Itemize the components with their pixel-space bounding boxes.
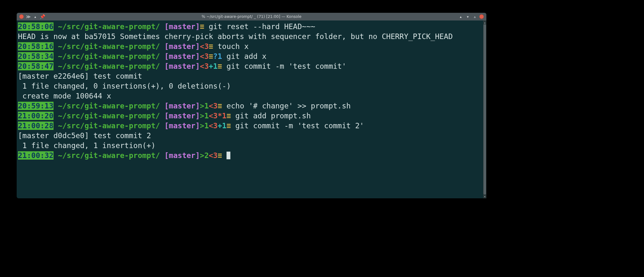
prompt-status-clean: ≡ bbox=[227, 112, 231, 120]
titlebar-left-controls: ≫ ▴ 📌 bbox=[17, 14, 45, 19]
prompt-status-behind: <3 bbox=[200, 62, 209, 70]
window-title: % ~/src/git-aware-prompt/ _ (71) [21:00]… bbox=[17, 14, 486, 19]
prompt-status-behind: <3 bbox=[200, 42, 209, 51]
prompt-line: 20:58:47 ~/src/git-aware-prompt/ [master… bbox=[17, 61, 483, 71]
terminal-viewport[interactable]: 20:58:06 ~/src/git-aware-prompt/ [master… bbox=[17, 20, 486, 198]
typed-command: git reset --hard HEAD~~~ bbox=[209, 22, 315, 31]
prompt-branch: [master] bbox=[164, 52, 200, 60]
prompt-branch: [master] bbox=[164, 151, 200, 160]
prompt-cwd: ~/src/git-aware-prompt/ bbox=[58, 102, 160, 110]
prompt-branch: [master] bbox=[164, 122, 200, 130]
output-line: 1 file changed, 1 insertion(+) bbox=[17, 141, 483, 151]
keep-above-icon[interactable]: ▴ bbox=[33, 14, 38, 19]
close-window-icon[interactable] bbox=[19, 14, 24, 19]
prompt-line: 21:00:32 ~/src/git-aware-prompt/ [master… bbox=[17, 151, 483, 161]
maximize-icon[interactable]: ▵ bbox=[472, 14, 477, 19]
prompt-status-behind: <3 bbox=[209, 112, 218, 120]
prompt-status-ahead: >1 bbox=[200, 102, 209, 110]
prompt-line: 20:58:34 ~/src/git-aware-prompt/ [master… bbox=[17, 51, 483, 61]
prompt-cwd: ~/src/git-aware-prompt/ bbox=[58, 52, 160, 60]
prompt-branch: [master] bbox=[164, 102, 200, 110]
prompt-branch: [master] bbox=[164, 62, 200, 70]
prompt-line: 20:58:16 ~/src/git-aware-prompt/ [master… bbox=[17, 42, 483, 51]
typed-command: git add prompt.sh bbox=[235, 112, 311, 120]
terminal-content[interactable]: 20:58:06 ~/src/git-aware-prompt/ [master… bbox=[17, 20, 483, 198]
scrollbar-track[interactable] bbox=[483, 24, 486, 194]
typed-command: echo '# change' >> prompt.sh bbox=[227, 102, 351, 110]
command-output: [master d0dc5e0] test commit 2 bbox=[18, 131, 151, 140]
window-titlebar[interactable]: ≫ ▴ 📌 % ~/src/git-aware-prompt/ _ (71) [… bbox=[17, 13, 486, 20]
cursor bbox=[227, 152, 230, 159]
shade-icon[interactable]: ▴ bbox=[458, 14, 463, 19]
scroll-up-icon[interactable]: ▴ bbox=[483, 20, 486, 24]
typed-command: git commit -m 'test commit' bbox=[227, 62, 346, 70]
scrollbar-thumb[interactable] bbox=[483, 24, 486, 194]
prompt-cwd: ~/src/git-aware-prompt/ bbox=[58, 62, 160, 70]
prompt-status-clean: ≡ bbox=[218, 151, 222, 160]
prompt-status-untrk: ?1 bbox=[213, 52, 222, 60]
prompt-branch: [master] bbox=[164, 22, 200, 31]
typed-command: git commit -m 'test commit 2' bbox=[235, 122, 364, 130]
prompt-timestamp: 20:58:34 bbox=[18, 52, 54, 60]
command-output: HEAD is now at ba57015 Sometimes cherry-… bbox=[18, 32, 453, 41]
close-window-icon-right[interactable] bbox=[479, 14, 484, 19]
scrollbar[interactable]: ▴ ▾ bbox=[483, 20, 486, 198]
command-output: [master e2264e6] test commit bbox=[18, 72, 142, 80]
scroll-down-icon[interactable]: ▾ bbox=[483, 194, 486, 198]
prompt-status-ahead: >1 bbox=[200, 122, 209, 130]
prompt-status-clean: ≡ bbox=[209, 52, 213, 60]
output-line: [master d0dc5e0] test commit 2 bbox=[17, 131, 483, 141]
prompt-timestamp: 21:00:20 bbox=[18, 112, 54, 120]
prompt-status-ahead: >1 bbox=[200, 112, 209, 120]
prompt-status-behind: <3 bbox=[209, 102, 218, 110]
command-output: create mode 100644 x bbox=[18, 92, 111, 100]
prompt-timestamp: 21:00:28 bbox=[18, 122, 54, 130]
prompt-line: 21:00:20 ~/src/git-aware-prompt/ [master… bbox=[17, 111, 483, 121]
prompt-branch: [master] bbox=[164, 42, 200, 51]
pin-icon[interactable]: 📌 bbox=[40, 14, 45, 19]
prompt-branch: [master] bbox=[164, 112, 200, 120]
prompt-status-behind: <3 bbox=[209, 151, 218, 160]
prompt-cwd: ~/src/git-aware-prompt/ bbox=[58, 112, 160, 120]
prompt-line: 21:00:28 ~/src/git-aware-prompt/ [master… bbox=[17, 121, 483, 131]
prompt-timestamp: 20:58:16 bbox=[18, 42, 54, 51]
prompt-timestamp: 21:00:32 bbox=[18, 151, 54, 160]
prompt-status-behind: <3 bbox=[200, 52, 209, 60]
prompt-status-clean: ≡ bbox=[200, 22, 204, 31]
prompt-cwd: ~/src/git-aware-prompt/ bbox=[58, 151, 160, 160]
prompt-timestamp: 20:58:47 bbox=[18, 62, 54, 70]
app-menu-icon[interactable]: ≫ bbox=[26, 14, 31, 19]
konsole-window: ≫ ▴ 📌 % ~/src/git-aware-prompt/ _ (71) [… bbox=[17, 13, 486, 198]
prompt-line: 20:58:06 ~/src/git-aware-prompt/ [master… bbox=[17, 22, 483, 32]
prompt-status-clean: ≡ bbox=[218, 102, 222, 110]
output-line: create mode 100644 x bbox=[17, 91, 483, 101]
prompt-status-ahead: >2 bbox=[200, 151, 209, 160]
typed-command: git add x bbox=[227, 52, 267, 60]
prompt-line: 20:59:13 ~/src/git-aware-prompt/ [master… bbox=[17, 101, 483, 111]
output-line: [master e2264e6] test commit bbox=[17, 71, 483, 81]
prompt-cwd: ~/src/git-aware-prompt/ bbox=[58, 122, 160, 130]
output-line: 1 file changed, 0 insertions(+), 0 delet… bbox=[17, 81, 483, 91]
typed-command: touch x bbox=[218, 42, 249, 51]
prompt-cwd: ~/src/git-aware-prompt/ bbox=[58, 42, 160, 51]
command-output: 1 file changed, 0 insertions(+), 0 delet… bbox=[18, 82, 231, 90]
prompt-status-behind: <3 bbox=[209, 122, 218, 130]
prompt-status-dirty: *1 bbox=[218, 112, 227, 120]
prompt-status-clean: ≡ bbox=[227, 122, 231, 130]
prompt-timestamp: 20:59:13 bbox=[18, 102, 54, 110]
prompt-timestamp: 20:58:06 bbox=[18, 22, 54, 31]
prompt-status-clean: ≡ bbox=[209, 42, 213, 51]
prompt-status-clean: ≡ bbox=[218, 62, 222, 70]
prompt-status-stage: +1 bbox=[218, 122, 227, 130]
prompt-cwd: ~/src/git-aware-prompt/ bbox=[58, 22, 160, 31]
minimize-icon[interactable]: ▾ bbox=[465, 14, 470, 19]
output-line: HEAD is now at ba57015 Sometimes cherry-… bbox=[17, 32, 483, 42]
prompt-status-stage: +1 bbox=[209, 62, 218, 70]
titlebar-right-controls: ▴ ▾ ▵ bbox=[458, 14, 486, 19]
command-output: 1 file changed, 1 insertion(+) bbox=[18, 141, 155, 150]
